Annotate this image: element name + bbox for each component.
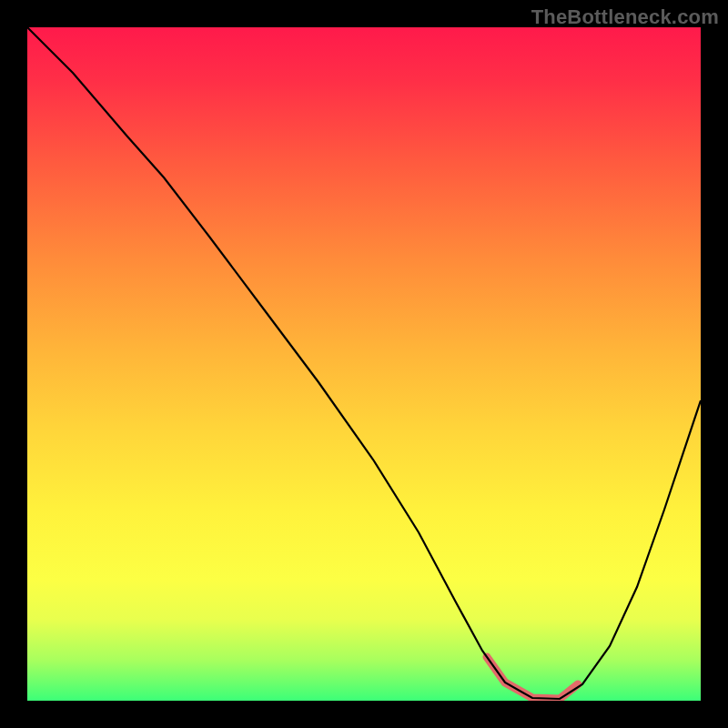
chart-frame: TheBottleneck.com bbox=[0, 0, 728, 728]
trough-highlight bbox=[487, 657, 578, 699]
watermark-text: TheBottleneck.com bbox=[531, 5, 719, 29]
bottleneck-curve-line bbox=[27, 27, 701, 699]
plot-area bbox=[27, 27, 701, 701]
curve-layer bbox=[27, 27, 701, 701]
